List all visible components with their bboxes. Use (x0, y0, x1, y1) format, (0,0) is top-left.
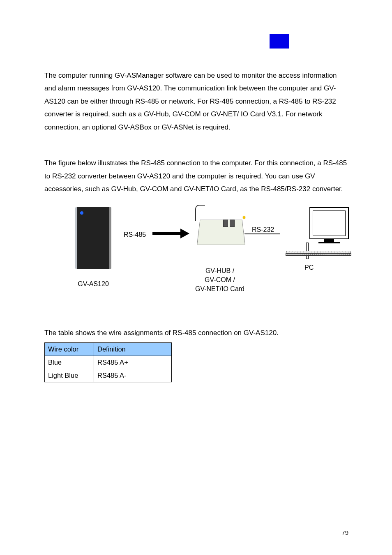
cell-wire-color: Light Blue (45, 369, 94, 382)
table-header-wire-color: Wire color (45, 342, 94, 356)
wire-assignment-table: Wire color Definition Blue RS485 A+ Ligh… (44, 342, 172, 382)
device-led-icon (80, 211, 83, 215)
gv-as120-device-icon (75, 207, 111, 269)
pc-label: PC (304, 261, 314, 274)
table-row: Light Blue RS485 A- (45, 369, 172, 382)
table-header-row: Wire color Definition (45, 342, 172, 356)
page-number: 79 (341, 527, 348, 539)
hub-label: GV-HUB / GV-COM / GV-NET/IO Card (175, 266, 264, 294)
cell-wire-color: Blue (45, 356, 94, 369)
pc-icon (282, 207, 351, 265)
converter-hub-icon (194, 207, 248, 257)
rs232-line-icon (244, 234, 280, 234)
paragraph-intro: The computer running GV-ASManager softwa… (44, 69, 348, 134)
table-caption: The table shows the wire assignments of … (44, 326, 348, 339)
table-header-definition: Definition (94, 342, 172, 356)
device-label: GV-AS120 (69, 278, 118, 290)
rs485-label: RS-485 (124, 229, 146, 241)
cell-definition: RS485 A- (94, 369, 172, 382)
hub-label-line2: GV-COM / (175, 275, 264, 284)
hub-label-line3: GV-NET/IO Card (175, 284, 264, 294)
chapter-indicator-box (270, 34, 289, 49)
hub-label-line1: GV-HUB / (175, 266, 264, 275)
table-row: Blue RS485 A+ (45, 356, 172, 369)
arrow-icon (152, 231, 189, 236)
paragraph-rs485-desc: The figure below illustrates the RS-485 … (44, 157, 348, 195)
cell-definition: RS485 A+ (94, 356, 172, 369)
connection-diagram: GV-AS120 RS-485 GV-HUB / GV-COM / GV-NET… (52, 207, 340, 302)
